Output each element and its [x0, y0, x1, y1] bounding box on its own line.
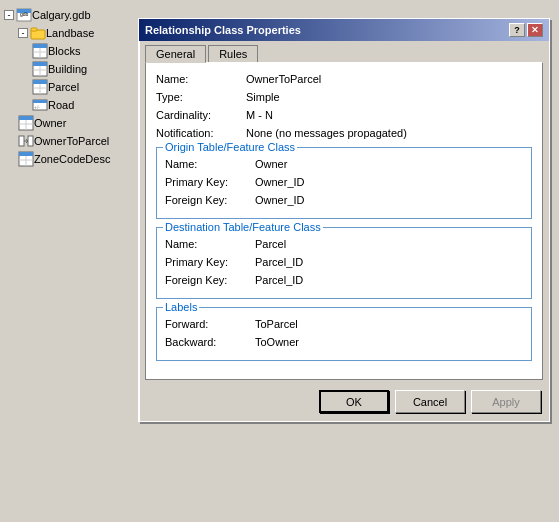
rel-icon-ownertoparcel: [18, 133, 34, 149]
prop-name-label: Name:: [156, 73, 246, 85]
labels-section: Labels Forward: ToParcel Backward: ToOwn…: [156, 307, 532, 361]
destination-section: Destination Table/Feature Class Name: Pa…: [156, 227, 532, 299]
dialog-title: Relationship Class Properties: [145, 24, 301, 36]
dest-pk-value: Parcel_ID: [255, 256, 303, 268]
dest-pk-label: Primary Key:: [165, 256, 255, 268]
tree-item-blocks[interactable]: Blocks: [4, 42, 136, 60]
dialog-footer: OK Cancel Apply: [139, 386, 549, 421]
relationship-class-dialog: Relationship Class Properties ? ✕ Genera…: [138, 18, 550, 422]
dest-fk-label: Foreign Key:: [165, 274, 255, 286]
tab-rules[interactable]: Rules: [208, 45, 258, 62]
tree-item-zonecodedesc[interactable]: ZoneCodeDesc: [4, 150, 136, 168]
apply-button[interactable]: Apply: [471, 390, 541, 413]
labels-section-content: Forward: ToParcel Backward: ToOwner: [165, 318, 523, 348]
table-icon-owner: [18, 115, 34, 131]
tree-panel: - gdb Calgary.gdb - Landbase: [0, 0, 140, 522]
svg-rect-24: [19, 136, 24, 146]
prop-type-row: Type: Simple: [156, 91, 532, 103]
destination-section-title: Destination Table/Feature Class: [163, 221, 323, 233]
tree-item-ownertoparcel[interactable]: OwnerToParcel: [4, 132, 136, 150]
backward-row: Backward: ToOwner: [165, 336, 523, 348]
ok-button[interactable]: OK: [319, 390, 389, 413]
close-button[interactable]: ✕: [527, 23, 543, 37]
prop-notification-label: Notification:: [156, 127, 246, 139]
expand-icon-landbase[interactable]: -: [18, 28, 28, 38]
svg-rect-4: [31, 28, 37, 31]
forward-row: Forward: ToParcel: [165, 318, 523, 330]
titlebar-buttons: ? ✕: [509, 23, 543, 37]
origin-name-value: Owner: [255, 158, 287, 170]
origin-section-content: Name: Owner Primary Key: Owner_ID Foreig…: [165, 158, 523, 206]
origin-name-row: Name: Owner: [165, 158, 523, 170]
origin-section-title: Origin Table/Feature Class: [163, 141, 297, 153]
cancel-button[interactable]: Cancel: [395, 390, 465, 413]
tree-label-zonecodedesc: ZoneCodeDesc: [34, 153, 110, 165]
svg-rect-18: [33, 100, 47, 103]
forward-label: Forward:: [165, 318, 255, 330]
tree-label-calgary: Calgary.gdb: [32, 9, 91, 21]
origin-fk-value: Owner_ID: [255, 194, 305, 206]
prop-notification-value: None (no messages propagated): [246, 127, 407, 139]
prop-type-value: Simple: [246, 91, 280, 103]
svg-rect-6: [33, 44, 47, 48]
tab-general[interactable]: General: [145, 45, 206, 63]
expand-icon-calgary[interactable]: -: [4, 10, 14, 20]
backward-value: ToOwner: [255, 336, 299, 348]
prop-cardinality-label: Cardinality:: [156, 109, 246, 121]
dest-fk-value: Parcel_ID: [255, 274, 303, 286]
dialog-content: Name: OwnerToParcel Type: Simple Cardina…: [145, 62, 543, 380]
dest-name-row: Name: Parcel: [165, 238, 523, 250]
tree-label-building: Building: [48, 63, 87, 75]
help-button[interactable]: ?: [509, 23, 525, 37]
prop-name-row: Name: OwnerToParcel: [156, 73, 532, 85]
tree-label-parcel: Parcel: [48, 81, 79, 93]
prop-notification-row: Notification: None (no messages propagat…: [156, 127, 532, 139]
prop-cardinality-row: Cardinality: M - N: [156, 109, 532, 121]
dest-name-value: Parcel: [255, 238, 286, 250]
tree-label-road: Road: [48, 99, 74, 111]
tree-label-landbase: Landbase: [46, 27, 94, 39]
tree-label-owner: Owner: [34, 117, 66, 129]
tree-label-blocks: Blocks: [48, 45, 80, 57]
origin-fk-row: Foreign Key: Owner_ID: [165, 194, 523, 206]
table-icon-blocks: [32, 43, 48, 59]
svg-text:gdb: gdb: [20, 11, 29, 17]
svg-rect-10: [33, 62, 47, 66]
labels-section-title: Labels: [163, 301, 199, 313]
prop-cardinality-value: M - N: [246, 109, 273, 121]
backward-label: Backward:: [165, 336, 255, 348]
dest-name-label: Name:: [165, 238, 255, 250]
table-icon-zonecodedesc: [18, 151, 34, 167]
dialog-tabs: General Rules: [139, 41, 549, 62]
tree-item-parcel[interactable]: Parcel: [4, 78, 136, 96]
dest-pk-row: Primary Key: Parcel_ID: [165, 256, 523, 268]
table-icon-building: [32, 61, 48, 77]
svg-rect-30: [19, 152, 33, 156]
tree-item-landbase[interactable]: - Landbase: [4, 24, 136, 42]
gdb-icon: gdb: [16, 7, 32, 23]
origin-section: Origin Table/Feature Class Name: Owner P…: [156, 147, 532, 219]
table-icon-road: +/-: [32, 97, 48, 113]
prop-name-value: OwnerToParcel: [246, 73, 321, 85]
svg-rect-14: [33, 80, 47, 84]
table-icon-parcel: [32, 79, 48, 95]
prop-type-label: Type:: [156, 91, 246, 103]
tree-item-calgary[interactable]: - gdb Calgary.gdb: [4, 6, 136, 24]
svg-rect-21: [19, 116, 33, 120]
tree-label-ownertoparcel: OwnerToParcel: [34, 135, 109, 147]
tree-item-road[interactable]: +/- Road: [4, 96, 136, 114]
folder-icon-landbase: [30, 25, 46, 41]
tree-item-building[interactable]: Building: [4, 60, 136, 78]
destination-section-content: Name: Parcel Primary Key: Parcel_ID Fore…: [165, 238, 523, 286]
origin-pk-label: Primary Key:: [165, 176, 255, 188]
origin-name-label: Name:: [165, 158, 255, 170]
origin-pk-row: Primary Key: Owner_ID: [165, 176, 523, 188]
dest-fk-row: Foreign Key: Parcel_ID: [165, 274, 523, 286]
svg-text:+/-: +/-: [34, 104, 40, 110]
dialog-titlebar: Relationship Class Properties ? ✕: [139, 19, 549, 41]
tree-item-owner[interactable]: Owner: [4, 114, 136, 132]
origin-fk-label: Foreign Key:: [165, 194, 255, 206]
svg-rect-25: [28, 136, 33, 146]
forward-value: ToParcel: [255, 318, 298, 330]
origin-pk-value: Owner_ID: [255, 176, 305, 188]
